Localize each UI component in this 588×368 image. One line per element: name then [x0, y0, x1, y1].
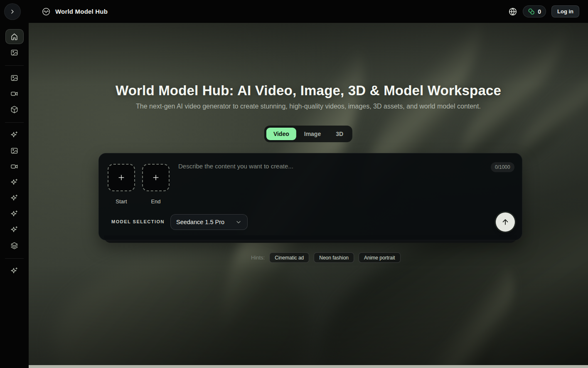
tab-image[interactable]: Image [297, 128, 328, 140]
sidebar-item-image-generator[interactable] [5, 70, 24, 85]
sidebar-item-icon [10, 210, 18, 218]
sidebar-divider [5, 258, 24, 259]
end-frame-upload[interactable] [142, 164, 170, 191]
brand[interactable]: World Model Hub [42, 0, 108, 23]
sidebar-expand-button[interactable] [4, 3, 21, 20]
sidebar-item-icon [10, 49, 18, 57]
top-bar: World Model Hub 0 Log in [0, 0, 588, 23]
credits-count: 0 [538, 8, 541, 15]
arrow-up-icon [501, 218, 509, 226]
coins-icon [528, 8, 535, 15]
sidebar-item-ai-tool-5[interactable] [5, 222, 24, 237]
prompt-input[interactable] [178, 162, 486, 210]
composer-card: Start End 0/1000 MODEL SELECTION Seedanc… [98, 153, 522, 240]
sidebar-item-ai-tool-4[interactable] [5, 206, 24, 221]
mode-tabs: Video Image 3D [264, 126, 352, 142]
sidebar-item-icon [10, 74, 18, 82]
sidebar-item-ai-tool-3[interactable] [5, 190, 24, 205]
sidebar-item-layers-tool[interactable] [5, 238, 24, 253]
hint-pill[interactable]: Anime portrait [359, 252, 401, 263]
chevron-down-icon [235, 219, 242, 225]
hero-section: World Model Hub: AI Video, Image, 3D & M… [29, 23, 588, 368]
sidebar-item-icon [10, 163, 18, 170]
brand-title: World Model Hub [55, 8, 108, 15]
hint-pill[interactable]: Neon fashion [314, 252, 354, 263]
login-button[interactable]: Log in [551, 5, 579, 17]
sidebar-item-icon [10, 147, 18, 155]
sidebar-divider [5, 65, 24, 66]
plus-icon [152, 173, 160, 182]
sidebar-divider [5, 122, 24, 123]
sidebar-item-ai-video-tool[interactable] [5, 159, 24, 174]
language-globe-icon[interactable] [508, 7, 517, 16]
sidebar-item-ai-tool-1[interactable] [5, 127, 24, 142]
sidebar-item-icon [10, 90, 18, 98]
sidebar-item-ai-tool-6[interactable] [5, 263, 24, 278]
sidebar-item-home[interactable] [5, 29, 24, 44]
end-frame-label: End [142, 198, 170, 205]
sidebar-item-icon [10, 131, 18, 139]
sidebar-item-ai-image-tool[interactable] [5, 143, 24, 158]
sidebar [0, 23, 29, 368]
brand-logo-icon [42, 7, 51, 16]
app-window: World Model Hub 0 Log in [0, 0, 588, 368]
sidebar-item-video-generator[interactable] [5, 86, 24, 101]
generate-submit-button[interactable] [496, 212, 515, 232]
sidebar-item-gallery[interactable] [5, 45, 24, 60]
top-bar-actions: 0 Log in [508, 0, 579, 23]
start-frame-label: Start [108, 198, 135, 205]
sidebar-item-icon [10, 226, 18, 234]
credits-pill[interactable]: 0 [523, 5, 546, 17]
model-selection-label: MODEL SELECTION [111, 219, 165, 224]
plus-icon [117, 173, 125, 182]
tab-video[interactable]: Video [266, 128, 296, 140]
page-subtitle: The next-gen AI video generator to creat… [29, 103, 588, 110]
model-select-dropdown[interactable]: Seedance 1.5 Pro [170, 214, 248, 230]
hints-label: Hints: [251, 254, 265, 261]
model-select-value: Seedance 1.5 Pro [176, 219, 235, 225]
sidebar-item-icon [10, 267, 18, 275]
chevron-right-icon [9, 8, 16, 15]
hint-pill[interactable]: Cinematic ad [269, 252, 309, 263]
sidebar-item-3d-generator[interactable] [5, 102, 24, 117]
sidebar-item-icon [10, 194, 18, 202]
hint-pills: Cinematic ad Neon fashion Anime portrait [269, 252, 400, 263]
sidebar-item-icon [10, 33, 18, 41]
start-frame-upload[interactable] [108, 164, 135, 191]
tab-3d[interactable]: 3D [329, 128, 350, 140]
char-counter: 0/1000 [491, 162, 514, 172]
sidebar-item-icon [10, 106, 18, 114]
hints-row: Hints: Cinematic ad Neon fashion Anime p… [251, 252, 401, 263]
sidebar-item-ai-tool-2[interactable] [5, 175, 24, 190]
sidebar-item-icon [10, 242, 18, 249]
sidebar-item-icon [10, 178, 18, 186]
page-title: World Model Hub: AI Video, Image, 3D & M… [29, 83, 588, 99]
